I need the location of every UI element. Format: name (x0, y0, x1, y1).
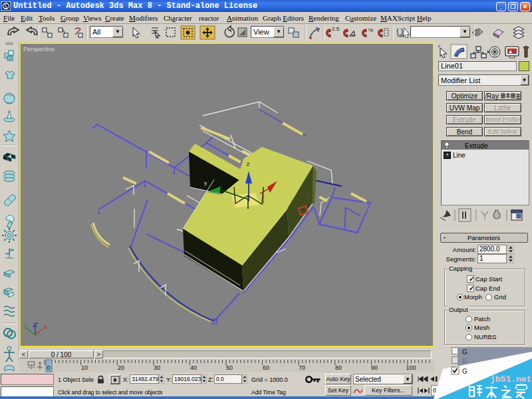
svg-text:80: 80 (335, 364, 342, 371)
svg-text:10: 10 (81, 364, 88, 371)
svg-text:20: 20 (118, 364, 124, 371)
svg-text:50: 50 (226, 364, 233, 371)
svg-text:G: G (462, 368, 467, 375)
svg-text:100: 100 (406, 364, 416, 371)
svg-text:G: G (462, 348, 467, 356)
svg-text:y: y (204, 180, 207, 186)
svg-text:0: 0 (47, 364, 50, 371)
svg-text:R: R (462, 358, 467, 365)
svg-text:jb51.net: jb51.net (490, 374, 531, 384)
svg-text:%: % (368, 27, 373, 33)
svg-text:Perspective: Perspective (23, 46, 55, 53)
svg-text:30: 30 (154, 364, 160, 371)
svg-text:90: 90 (371, 364, 378, 371)
svg-text:2.5: 2.5 (332, 26, 340, 32)
svg-text:40: 40 (190, 364, 197, 371)
svg-text:60: 60 (263, 364, 269, 371)
svg-text:70: 70 (299, 364, 305, 371)
